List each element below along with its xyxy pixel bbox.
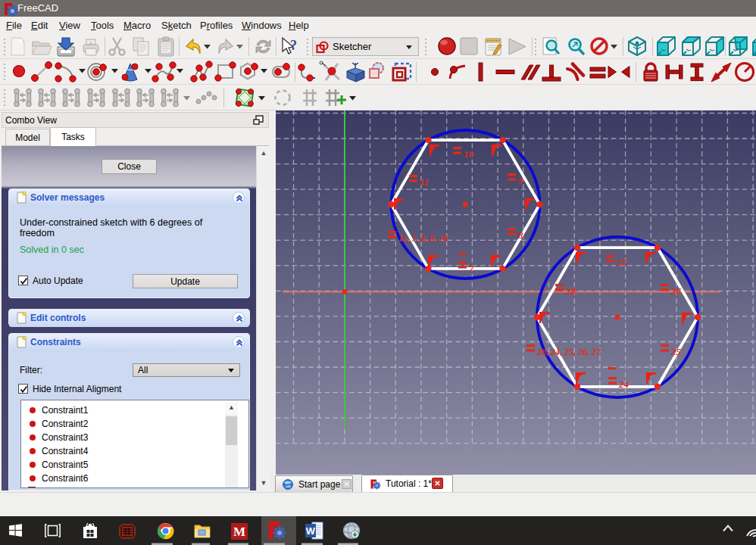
svg-text:10: 10: [464, 148, 474, 160]
svg-text:?: ?: [290, 38, 297, 53]
svg-text:28, 24, 25, 26, 27: 28, 24, 25, 26, 27: [536, 347, 601, 357]
svg-text:9: 9: [518, 175, 523, 186]
svg-text:11, 7, 8, 9, 10: 11, 7, 8, 9, 10: [398, 233, 448, 244]
svg-text:7: 7: [469, 263, 474, 274]
svg-text:27: 27: [616, 257, 627, 268]
svg-text:28: 28: [565, 285, 576, 297]
svg-text:24: 24: [618, 378, 629, 390]
svg-text:8: 8: [518, 229, 523, 241]
svg-text:25: 25: [670, 346, 682, 357]
svg-text:M: M: [233, 525, 245, 539]
svg-text:11: 11: [420, 176, 429, 188]
svg-text:W: W: [306, 525, 316, 537]
svg-text:26: 26: [670, 285, 682, 297]
